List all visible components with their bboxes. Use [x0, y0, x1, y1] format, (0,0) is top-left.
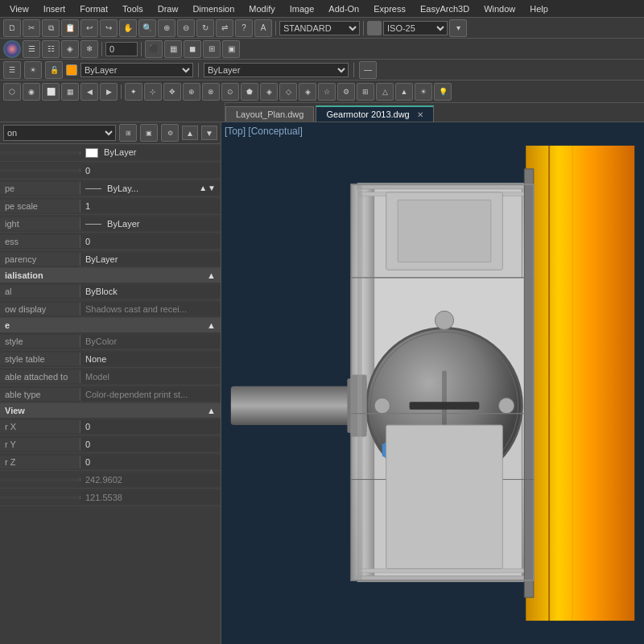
prop-cy-value[interactable]: 0 [80, 438, 221, 451]
linetype-up[interactable]: ▲ [199, 184, 207, 192]
icon17[interactable]: ☆ [318, 83, 336, 101]
icon9[interactable]: ✥ [163, 83, 181, 101]
menu-view[interactable]: View [3, 2, 35, 15]
more-btn[interactable]: ▾ [449, 19, 467, 37]
prop-material-value[interactable]: ByBlock [80, 285, 221, 298]
prop-cx-value[interactable]: 0 [80, 420, 221, 433]
menu-addon[interactable]: Add-On [322, 2, 365, 15]
panel-settings-btn[interactable]: ⚙ [161, 124, 179, 142]
icon7[interactable]: ✦ [125, 83, 142, 101]
pan-btn[interactable]: ✋ [119, 19, 137, 37]
help-icon-btn[interactable]: ? [235, 19, 253, 37]
layer-freeze[interactable]: ☀ [24, 61, 42, 79]
prop-linetype-value[interactable]: ByLay... ▲ ▼ [80, 182, 221, 195]
scroll-up-btn[interactable]: ▲ [182, 126, 198, 140]
menu-tools[interactable]: Tools [116, 2, 150, 15]
mirror-btn[interactable]: ⇌ [216, 19, 233, 37]
freeze-btn[interactable]: ❄ [80, 40, 98, 58]
icon18[interactable]: ⚙ [337, 83, 355, 101]
iso-select[interactable]: ISO-25 [383, 21, 448, 35]
prop-color-value[interactable]: ByLayer [80, 146, 221, 159]
paste-btn[interactable]: 📋 [61, 19, 79, 37]
icon14[interactable]: ◈ [260, 83, 278, 101]
prop-lweight-value[interactable]: ByLayer [80, 217, 221, 230]
icon16[interactable]: ◈ [299, 83, 316, 101]
tab-layout[interactable]: Layout_Plan.dwg [225, 106, 314, 122]
standard-select[interactable]: STANDARD [279, 21, 360, 35]
menu-image[interactable]: Image [283, 2, 321, 15]
prop-thickness-value[interactable]: 0 [80, 235, 221, 248]
icon4[interactable]: ▦ [61, 83, 79, 101]
menu-window[interactable]: Window [477, 2, 522, 15]
menu-dimension[interactable]: Dimension [186, 2, 241, 15]
menu-help[interactable]: Help [523, 2, 555, 15]
icon13[interactable]: ⬟ [241, 83, 258, 101]
text-btn[interactable]: A [254, 19, 272, 37]
layer-lock[interactable]: 🔓 [45, 61, 63, 79]
menu-format[interactable]: Format [73, 2, 114, 15]
menu-express[interactable]: Express [367, 2, 412, 15]
prop-ltscale-value[interactable]: 1 [80, 200, 221, 213]
prop-shadow-value[interactable]: Shadows cast and recei... [80, 303, 221, 316]
icon23[interactable]: 💡 [434, 83, 452, 101]
icon15[interactable]: ◇ [279, 83, 297, 101]
icon19[interactable]: ⊞ [357, 83, 374, 101]
zoom-out-btn[interactable]: ⊖ [177, 19, 195, 37]
prop-plotstyle-table-value[interactable]: None [80, 353, 221, 365]
scroll-down-btn[interactable]: ▼ [201, 126, 217, 140]
prop-layer-value[interactable]: 0 [80, 164, 221, 177]
bylayer-linetype-select[interactable]: ByLayer [204, 63, 349, 77]
layer-btn-2[interactable]: ☷ [42, 40, 60, 58]
circle-color-btn[interactable] [3, 40, 21, 58]
property-btn[interactable]: ◈ [61, 40, 79, 58]
dim-btn[interactable] [367, 21, 382, 35]
panel-qr-btn[interactable]: ⊞ [119, 124, 137, 142]
lineweight-btn[interactable]: — [359, 61, 377, 79]
icon2[interactable]: ◉ [23, 83, 40, 101]
group-visualisation[interactable]: ialisation ▲ [0, 268, 221, 283]
layer-btn-1[interactable]: ☰ [23, 40, 40, 58]
prop-cz-value[interactable]: 0 [80, 456, 221, 469]
layer-icon[interactable]: ☰ [3, 61, 21, 79]
icon1[interactable]: ⬡ [3, 83, 21, 101]
zoom-in-btn[interactable]: ⊕ [158, 19, 175, 37]
tb2-btn1[interactable]: ⬛ [145, 40, 163, 58]
icon3[interactable]: ⬜ [42, 83, 60, 101]
copy-btn[interactable]: ⧉ [42, 19, 60, 37]
tb2-btn4[interactable]: ⊞ [203, 40, 221, 58]
icon22[interactable]: ☀ [415, 83, 432, 101]
icon11[interactable]: ⊗ [202, 83, 220, 101]
panel-img-btn[interactable]: ▣ [140, 124, 158, 142]
menu-insert[interactable]: Insert [37, 2, 72, 15]
zero-input[interactable] [105, 42, 138, 56]
group-plot[interactable]: e ▲ [0, 318, 221, 332]
prop-transparency-value[interactable]: ByLayer [80, 253, 221, 266]
menu-draw[interactable]: Draw [151, 2, 185, 15]
icon5[interactable]: ◀ [80, 83, 98, 101]
panel-dropdown[interactable]: on [3, 125, 116, 141]
linetype-down[interactable]: ▼ [208, 184, 216, 192]
icon12[interactable]: ⊙ [221, 83, 239, 101]
tab-close-btn[interactable]: ✕ [417, 110, 423, 119]
icon8[interactable]: ⊹ [144, 83, 162, 101]
icon21[interactable]: ▲ [395, 83, 413, 101]
undo-btn[interactable]: ↩ [80, 19, 98, 37]
viewport[interactable]: [Top] [Conceptual] [221, 122, 644, 644]
redo-btn[interactable]: ↪ [100, 19, 118, 37]
new-btn[interactable]: 🗋 [3, 19, 21, 37]
menu-easyarch[interactable]: EasyArch3D [414, 2, 476, 15]
bylayer-color-select[interactable]: ByLayer [80, 63, 193, 77]
layer-color-box[interactable] [66, 64, 77, 76]
group-view[interactable]: View ▲ [0, 403, 221, 418]
rotate-btn[interactable]: ↻ [196, 19, 214, 37]
cut-btn[interactable]: ✂ [23, 19, 40, 37]
icon6[interactable]: ▶ [100, 83, 118, 101]
tb2-btn3[interactable]: ◼ [184, 40, 201, 58]
tb2-btn2[interactable]: ▦ [164, 40, 182, 58]
icon20[interactable]: △ [376, 83, 394, 101]
menu-modify[interactable]: Modify [242, 2, 281, 15]
icon10[interactable]: ⊕ [183, 83, 200, 101]
tab-gearmotor[interactable]: Gearmotor 2013.dwg ✕ [316, 105, 433, 122]
zoom-btn[interactable]: 🔍 [138, 19, 156, 37]
tb2-btn5[interactable]: ▣ [222, 40, 240, 58]
